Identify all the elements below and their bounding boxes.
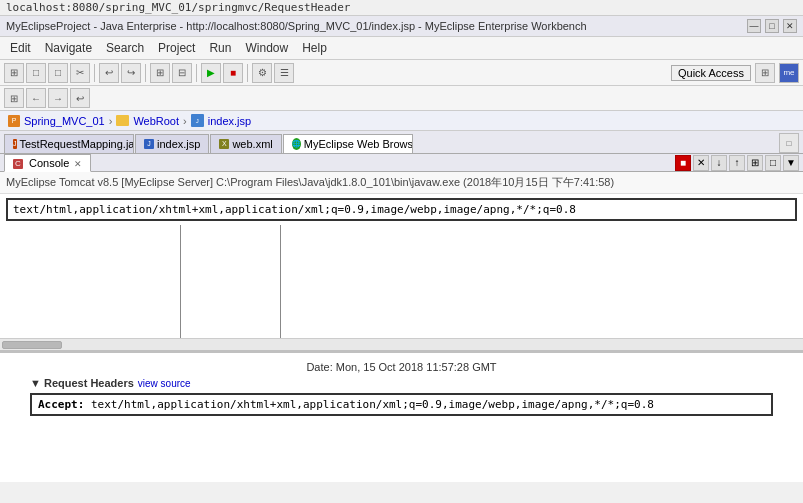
date-line: Date: Mon, 15 Oct 2018 11:57:28 GMT: [30, 361, 773, 373]
console-tab-label: Console: [29, 157, 69, 169]
second-toolbar: ⊞ ← → ↩: [0, 86, 803, 111]
panel-controls-right: □: [779, 133, 799, 153]
project-icon: P: [8, 115, 20, 127]
tab-webxml[interactable]: X web.xml: [210, 134, 281, 153]
window-controls: — □ ✕: [747, 19, 797, 33]
java-icon: J: [13, 139, 17, 149]
browser-tab-icon: 🌐: [292, 138, 301, 150]
toolbar2-btn-forward[interactable]: →: [48, 88, 68, 108]
menu-search[interactable]: Search: [100, 39, 150, 57]
console-clear-btn[interactable]: ✕: [693, 155, 709, 171]
title-text: MyEclipseProject - Java Enterprise - htt…: [6, 20, 587, 32]
menu-navigate[interactable]: Navigate: [39, 39, 98, 57]
breadcrumb-sep-1: ›: [109, 115, 113, 127]
console-btn-1[interactable]: ↓: [711, 155, 727, 171]
toolbar-btn-2[interactable]: □: [26, 63, 46, 83]
menu-help[interactable]: Help: [296, 39, 333, 57]
toolbar-btn-4[interactable]: ✂: [70, 63, 90, 83]
folder-icon: [116, 115, 129, 126]
toolbar2-btn-back[interactable]: ←: [26, 88, 46, 108]
main-content: C Console ✕ ■ ✕ ↓ ↑ ⊞ □ ▼ MyEclipse Tomc…: [0, 154, 803, 482]
console-btn-4[interactable]: □: [765, 155, 781, 171]
toolbar-btn-9[interactable]: ⚙: [252, 63, 272, 83]
tab-webxml-label: web.xml: [232, 138, 272, 150]
tab-browser-label: MyEclipse Web Browser: [304, 138, 413, 150]
jsp-icon: J: [191, 114, 204, 127]
breadcrumb-project[interactable]: Spring_MVC_01: [24, 115, 105, 127]
toolbar-btn-6[interactable]: ↪: [121, 63, 141, 83]
title-bar: MyEclipseProject - Java Enterprise - htt…: [0, 16, 803, 37]
tab-testmapping[interactable]: J TestRequestMapping.java: [4, 134, 134, 153]
toolbar-btn-8[interactable]: ⊟: [172, 63, 192, 83]
breadcrumb: P Spring_MVC_01 › WebRoot › J index.jsp: [0, 111, 803, 131]
minimize-button[interactable]: —: [747, 19, 761, 33]
separator-4: [247, 64, 248, 82]
separator-3: [196, 64, 197, 82]
toolbar-btn-stop[interactable]: ■: [223, 63, 243, 83]
req-headers-text: ▼ Request Headers: [30, 377, 134, 389]
console-accept-box: text/html,application/xhtml+xml,applicat…: [6, 198, 797, 221]
url-text: localhost:8080/spring_MVC_01/springmvc/R…: [6, 1, 350, 14]
tab-console[interactable]: C Console ✕: [4, 154, 91, 172]
console-btn-3[interactable]: ⊞: [747, 155, 763, 171]
console-panel-controls: ■ ✕ ↓ ↑ ⊞ □ ▼: [675, 155, 799, 171]
url-bar: localhost:8080/spring_MVC_01/springmvc/R…: [0, 0, 803, 16]
close-button[interactable]: ✕: [783, 19, 797, 33]
quick-access-button[interactable]: Quick Access: [671, 65, 751, 81]
toolbar-btn-me[interactable]: me: [779, 63, 799, 83]
date-value: Mon, 15 Oct 2018 11:57:28 GMT: [336, 361, 497, 373]
main-toolbar: ⊞ □ □ ✂ ↩ ↪ ⊞ ⊟ ▶ ■ ⚙ ☰ Quick Access ⊞ m…: [0, 60, 803, 86]
toolbar2-btn-1[interactable]: ⊞: [4, 88, 24, 108]
separator-2: [145, 64, 146, 82]
date-label: Date:: [306, 361, 332, 373]
breadcrumb-sep-2: ›: [183, 115, 187, 127]
tab-browser[interactable]: 🌐 MyEclipse Web Browser ✕: [283, 134, 413, 154]
maximize-button[interactable]: □: [765, 19, 779, 33]
panel-toggle-right[interactable]: □: [779, 133, 799, 153]
accept-value: text/html,application/xhtml+xml,applicat…: [91, 398, 654, 411]
editor-tabs: J TestRequestMapping.java J index.jsp X …: [0, 131, 803, 154]
toolbar-btn-5[interactable]: ↩: [99, 63, 119, 83]
console-tab-close[interactable]: ✕: [74, 159, 82, 169]
separator-1: [94, 64, 95, 82]
tab-index-jsp[interactable]: J index.jsp: [135, 134, 209, 153]
console-blank-area: [0, 225, 803, 338]
toolbar-btn-3[interactable]: □: [48, 63, 68, 83]
console-stop-btn[interactable]: ■: [675, 155, 691, 171]
console-panel-tabs: C Console ✕ ■ ✕ ↓ ↑ ⊞ □ ▼: [0, 154, 803, 172]
menu-run[interactable]: Run: [203, 39, 237, 57]
console-accept-text: text/html,application/xhtml+xml,applicat…: [13, 203, 576, 216]
toolbar-btn-10[interactable]: ☰: [274, 63, 294, 83]
request-headers-pane: Date: Mon, 15 Oct 2018 11:57:28 GMT ▼ Re…: [0, 353, 803, 482]
console-header: MyEclipse Tomcat v8.5 [MyEclipse Server]…: [0, 172, 803, 194]
console-scrollbar-thumb[interactable]: [2, 341, 62, 349]
vline-1: [180, 225, 181, 338]
quick-access-area: Quick Access ⊞ me: [671, 63, 799, 83]
toolbar-btn-play[interactable]: ▶: [201, 63, 221, 83]
toolbar-btn-7[interactable]: ⊞: [150, 63, 170, 83]
jsp-tab-icon: J: [144, 139, 154, 149]
console-tab-icon: C: [13, 159, 23, 169]
vline-2: [280, 225, 281, 338]
console-header-text: MyEclipse Tomcat v8.5 [MyEclipse Server]…: [6, 176, 614, 188]
xml-tab-icon: X: [219, 139, 229, 149]
menu-edit[interactable]: Edit: [4, 39, 37, 57]
toolbar2-btn-3[interactable]: ↩: [70, 88, 90, 108]
accept-box-bottom: Accept: text/html,application/xhtml+xml,…: [30, 393, 773, 416]
tab-index-label: index.jsp: [157, 138, 200, 150]
tab-testmapping-label: TestRequestMapping.java: [20, 138, 135, 150]
breadcrumb-folder[interactable]: WebRoot: [133, 115, 179, 127]
view-source-link[interactable]: view source: [138, 378, 191, 389]
accept-key: Accept:: [38, 398, 84, 411]
request-headers-label: ▼ Request Headers view source: [30, 377, 773, 389]
toolbar-btn-perspective[interactable]: ⊞: [755, 63, 775, 83]
menu-window[interactable]: Window: [239, 39, 294, 57]
console-btn-2[interactable]: ↑: [729, 155, 745, 171]
menu-bar: Edit Navigate Search Project Run Window …: [0, 37, 803, 60]
console-btn-5[interactable]: ▼: [783, 155, 799, 171]
menu-project[interactable]: Project: [152, 39, 201, 57]
breadcrumb-file[interactable]: index.jsp: [208, 115, 251, 127]
toolbar-btn-1[interactable]: ⊞: [4, 63, 24, 83]
console-scrollbar[interactable]: [0, 338, 803, 350]
